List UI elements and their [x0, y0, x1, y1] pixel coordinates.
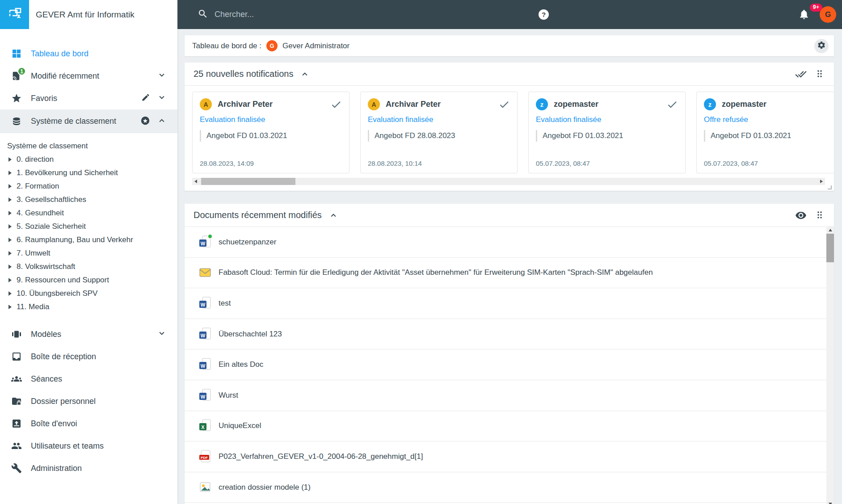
caret-right-icon[interactable]: [8, 238, 12, 242]
drag-handle-grid-icon[interactable]: [814, 68, 825, 80]
notification-card[interactable]: A Archivar Peter Evaluation finalisée An…: [360, 92, 518, 173]
user-avatar[interactable]: G: [820, 6, 836, 23]
caret-right-icon[interactable]: [8, 291, 12, 296]
caret-right-icon[interactable]: [8, 265, 12, 269]
sidebar-item-administration[interactable]: Administration: [0, 457, 177, 479]
notification-timestamp: 05.07.2023, 08:47: [536, 160, 678, 167]
document-row[interactable]: W Ein altes Doc: [185, 349, 834, 380]
sidebar-item-label: Tableau de bord: [31, 49, 88, 59]
app-logo[interactable]: [0, 0, 29, 29]
scrollbar-thumb[interactable]: [826, 234, 834, 262]
star-icon: [11, 93, 22, 104]
mark-read-check-icon[interactable]: [498, 99, 510, 110]
sidebar-item-favoris[interactable]: Favoris: [0, 87, 177, 109]
sidebar-item-modeles[interactable]: Modèles: [0, 323, 177, 345]
tree-item-4-gesundheit[interactable]: 4. Gesundheit: [0, 206, 177, 220]
caret-right-icon[interactable]: [8, 211, 12, 215]
document-row[interactable]: W test: [185, 288, 834, 319]
scrollbar-thumb[interactable]: [201, 178, 295, 185]
drag-handle-grid-icon[interactable]: [814, 210, 825, 221]
scroll-left-arrow[interactable]: [192, 178, 199, 185]
favorite-star-circle-icon[interactable]: [140, 116, 150, 127]
screens-logo-icon: [6, 5, 24, 25]
recent-count-badge: 1: [17, 67, 26, 76]
sidebar-item-boite-de-reception[interactable]: Boîte de réception: [0, 345, 177, 368]
caret-right-icon[interactable]: [8, 305, 12, 309]
app-title: GEVER Amt für Informatik: [36, 10, 135, 20]
search-input[interactable]: [215, 10, 402, 19]
notification-card[interactable]: A Archivar Peter Evaluation finalisée An…: [192, 92, 349, 173]
scroll-down-arrow[interactable]: [826, 500, 834, 504]
tree-item-10-uebungsbereich[interactable]: 10. Übungsbereich SPV: [0, 287, 177, 300]
tree-item-9-ressourcen[interactable]: 9. Ressourcen und Support: [0, 273, 177, 287]
notification-action-link[interactable]: Evaluation finalisée: [536, 115, 601, 124]
sidebar-item-dossier-personnel[interactable]: Dossier personnel: [0, 390, 177, 412]
caret-right-icon[interactable]: [8, 171, 12, 175]
documents-panel: Documents récemment modifiés W schuetzen…: [185, 204, 834, 504]
scroll-up-arrow[interactable]: [826, 226, 834, 234]
email-file-icon: [199, 266, 211, 279]
caret-right-icon[interactable]: [8, 251, 12, 256]
dashboard-user-name: Gever Administrator: [282, 42, 349, 50]
tree-item-8-volkswirtschaft[interactable]: 8. Volkswirtschaft: [0, 260, 177, 273]
tree-item-6-raumplanung[interactable]: 6. Raumplanung, Bau und Verkehr: [0, 233, 177, 247]
document-row[interactable]: W Wurst: [185, 380, 834, 411]
panel-resize-handle[interactable]: [828, 185, 832, 189]
visibility-eye-icon[interactable]: [795, 210, 807, 221]
notification-action-link[interactable]: Evaluation finalisée: [200, 115, 265, 124]
search-box[interactable]: [198, 8, 402, 21]
chevron-down-icon[interactable]: [157, 92, 167, 104]
sidebar-item-modifie-recemment[interactable]: 1 Modifié récemment: [0, 65, 177, 87]
notifications-bell-icon[interactable]: [798, 8, 810, 22]
collapse-chevron-up-icon[interactable]: [328, 210, 338, 220]
sidebar-item-utilisateurs-et-teams[interactable]: Utilisateurs et teams: [0, 435, 177, 457]
top-navigation-bar: ? 9+ G: [177, 0, 842, 29]
horizontal-scrollbar[interactable]: [192, 178, 825, 185]
notification-card[interactable]: z zopemaster Offre refusée Angebot FD 01…: [696, 92, 834, 173]
chevron-up-icon[interactable]: [157, 116, 167, 127]
tree-item-1-bevoelkerung[interactable]: 1. Bevölkerung und Sicherheit: [0, 166, 177, 180]
caret-right-icon[interactable]: [8, 157, 12, 162]
tree-item-11-media[interactable]: 11. Media: [0, 300, 177, 314]
document-row[interactable]: Fabasoft Cloud: Termin für die Erledigun…: [185, 258, 834, 289]
caret-right-icon[interactable]: [8, 184, 12, 189]
sidebar-item-seances[interactable]: Séances: [0, 368, 177, 390]
notification-card[interactable]: z zopemaster Evaluation finalisée Angebo…: [528, 92, 686, 173]
vertical-scrollbar[interactable]: [826, 226, 834, 504]
tree-item-3-gesellschaftliches[interactable]: 3. Gesellschaftliches: [0, 193, 177, 206]
document-row[interactable]: W schuetzenpanzer: [185, 227, 834, 258]
word-file-icon: W: [199, 235, 211, 249]
mark-read-check-icon[interactable]: [666, 99, 678, 110]
tree-item-2-formation[interactable]: 2. Formation: [0, 180, 177, 193]
document-row[interactable]: W Überschachtel 123: [185, 319, 834, 350]
word-file-icon: W: [199, 297, 211, 310]
edit-pencil-icon[interactable]: [141, 93, 150, 104]
help-icon[interactable]: ?: [539, 9, 549, 20]
notification-action-link[interactable]: Evaluation finalisée: [368, 115, 433, 124]
caret-right-icon[interactable]: [8, 278, 12, 282]
notification-action-link[interactable]: Offre refusée: [704, 115, 748, 124]
sidebar-item-tableau-de-bord[interactable]: Tableau de bord: [0, 42, 177, 65]
dashboard-settings-button[interactable]: [814, 39, 829, 53]
sidebar-item-boite-denvoi[interactable]: Boîte d'envoi: [0, 412, 177, 435]
document-row[interactable]: creation dossier modele (1): [185, 472, 834, 503]
document-row[interactable]: PDF P023_Verfahren_GEVER_v1-0_2004-06-28…: [185, 441, 834, 472]
tree-item-7-umwelt[interactable]: 7. Umwelt: [0, 247, 177, 260]
inbox-icon: [11, 351, 22, 362]
tree-root-label[interactable]: Système de classement: [0, 139, 177, 153]
scroll-right-arrow[interactable]: [818, 178, 825, 185]
caret-right-icon[interactable]: [8, 224, 12, 229]
notification-sender: zopemaster: [554, 100, 598, 109]
mark-all-read-icon[interactable]: [795, 68, 807, 80]
chevron-down-icon[interactable]: [157, 70, 167, 82]
tree-item-0-direction[interactable]: 0. direction: [0, 153, 177, 166]
recent-doc-icon: 1: [11, 71, 22, 81]
mark-read-check-icon[interactable]: [330, 99, 342, 110]
tree-item-5-soziale-sicherheit[interactable]: 5. Soziale Sicherheit: [0, 220, 177, 233]
sidebar-item-systeme-de-classement[interactable]: Système de classement: [0, 109, 177, 133]
collapse-chevron-up-icon[interactable]: [300, 69, 310, 79]
caret-right-icon[interactable]: [8, 197, 12, 202]
chevron-down-icon[interactable]: [157, 328, 167, 340]
document-row[interactable]: X UniqueExcel: [185, 411, 834, 442]
notification-sender: Archivar Peter: [218, 100, 273, 109]
